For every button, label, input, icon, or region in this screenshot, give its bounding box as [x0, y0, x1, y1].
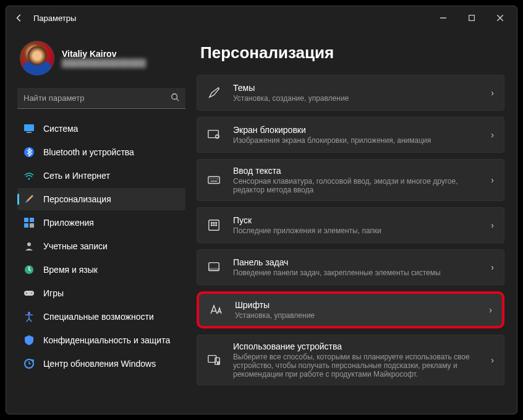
monitor-icon	[23, 123, 35, 134]
sidebar-item-system[interactable]: Система	[17, 118, 185, 140]
wifi-icon	[23, 170, 35, 181]
svg-point-22	[213, 222, 215, 223]
device-usage-icon	[206, 352, 222, 368]
svg-point-15	[28, 312, 30, 314]
card-title: Экран блокировки	[233, 125, 480, 135]
nav-list: Система Bluetooth и устройства Сеть и Ин…	[17, 118, 185, 375]
svg-rect-6	[24, 218, 28, 222]
sidebar-item-windows-update[interactable]: Центр обновления Windows	[17, 353, 185, 375]
titlebar: Параметры	[6, 6, 517, 30]
chevron-right-icon: ›	[491, 355, 494, 365]
svg-rect-28	[209, 268, 219, 271]
sidebar-item-label: Персонализация	[43, 194, 111, 204]
svg-rect-7	[30, 218, 34, 222]
svg-rect-2	[24, 124, 34, 131]
sidebar-item-label: Учетные записи	[43, 241, 108, 251]
card-subtitle: Выберите все способы, которыми вы планир…	[233, 353, 480, 379]
chevron-right-icon: ›	[491, 130, 494, 140]
gamepad-icon	[23, 288, 35, 299]
card-subtitle: Установка, создание, управление	[233, 94, 480, 103]
profile-block[interactable]: Vitaliy Kairov ████████████████	[17, 36, 185, 85]
card-fonts[interactable]: Шрифты Установка, управление ›	[197, 291, 504, 328]
sidebar-item-label: Конфиденциальность и защита	[43, 335, 170, 345]
sidebar-item-apps[interactable]: Приложения	[17, 212, 185, 234]
svg-point-13	[26, 293, 27, 294]
card-title: Ввод текста	[233, 166, 480, 176]
card-subtitle: Изображения экрана блокировки, приложени…	[233, 136, 480, 145]
svg-point-26	[216, 225, 217, 226]
sidebar-item-privacy[interactable]: Конфиденциальность и защита	[17, 329, 185, 351]
back-button[interactable]	[9, 7, 30, 28]
svg-point-10	[27, 242, 31, 246]
sidebar-item-time-language[interactable]: Время и язык	[17, 259, 185, 281]
lock-screen-icon	[206, 127, 222, 143]
shield-icon	[23, 335, 35, 346]
avatar	[20, 41, 54, 75]
card-title: Пуск	[233, 215, 480, 225]
chevron-right-icon: ›	[491, 175, 494, 185]
bluetooth-icon	[23, 147, 35, 158]
card-subtitle: Установка, управление	[235, 311, 478, 320]
sidebar-item-label: Приложения	[43, 218, 94, 228]
svg-rect-3	[27, 132, 32, 133]
card-title: Использование устройства	[233, 341, 480, 351]
svg-rect-0	[469, 15, 475, 21]
svg-rect-19	[208, 177, 219, 184]
sidebar-item-label: Игры	[43, 288, 64, 298]
window-title: Параметры	[33, 14, 76, 23]
maximize-button[interactable]	[457, 7, 486, 28]
chevron-right-icon: ›	[491, 262, 494, 272]
sidebar-item-accessibility[interactable]: Специальные возможности	[17, 306, 185, 328]
fonts-icon	[208, 302, 224, 318]
card-subtitle: Поведение панели задач, закрепленные эле…	[233, 268, 480, 277]
card-taskbar[interactable]: Панель задач Поведение панели задач, зак…	[197, 249, 504, 285]
minimize-button[interactable]	[429, 7, 457, 28]
update-icon	[23, 358, 35, 369]
profile-email: ████████████████	[62, 59, 146, 67]
card-subtitle: Последние приложения и элементы, папки	[233, 226, 480, 235]
svg-point-23	[216, 222, 217, 223]
profile-name: Vitaliy Kairov	[62, 49, 146, 59]
card-title: Шрифты	[235, 300, 478, 310]
sidebar-item-accounts[interactable]: Учетные записи	[17, 235, 185, 257]
card-title: Панель задач	[233, 257, 480, 267]
card-start[interactable]: Пуск Последние приложения и элементы, па…	[197, 207, 504, 243]
sidebar-item-bluetooth[interactable]: Bluetooth и устройства	[17, 141, 185, 163]
card-text-input[interactable]: Ввод текста Сенсорная клавиатура, голосо…	[197, 159, 504, 201]
search-input[interactable]	[23, 93, 171, 103]
sidebar-item-gaming[interactable]: Игры	[17, 282, 185, 304]
card-title: Темы	[233, 83, 480, 93]
person-icon	[23, 241, 35, 252]
svg-rect-17	[208, 131, 219, 138]
start-icon	[206, 217, 222, 233]
settings-window: Параметры Vitaliy Kairov ███████████████…	[6, 6, 517, 414]
clock-globe-icon	[23, 264, 35, 275]
page-title: Персонализация	[200, 43, 504, 62]
svg-rect-12	[24, 291, 34, 296]
svg-point-21	[211, 222, 212, 223]
taskbar-icon	[206, 259, 222, 275]
apps-icon	[23, 217, 35, 228]
sidebar-item-label: Специальные возможности	[43, 312, 154, 322]
svg-rect-8	[24, 223, 28, 228]
sidebar: Vitaliy Kairov ████████████████ Система …	[6, 30, 192, 414]
sidebar-item-label: Время и язык	[43, 265, 98, 275]
card-lock-screen[interactable]: Экран блокировки Изображения экрана блок…	[197, 117, 504, 153]
sidebar-item-network[interactable]: Сеть и Интернет	[17, 165, 185, 187]
svg-rect-9	[30, 223, 34, 228]
search-box[interactable]	[17, 88, 185, 109]
sidebar-item-label: Центр обновления Windows	[43, 359, 156, 369]
chevron-right-icon: ›	[491, 88, 494, 98]
close-button[interactable]	[486, 7, 514, 28]
brush-icon	[23, 194, 35, 205]
card-themes[interactable]: Темы Установка, создание, управление ›	[197, 75, 504, 111]
card-device-usage[interactable]: Использование устройства Выберите все сп…	[197, 335, 504, 385]
keyboard-icon	[206, 172, 222, 188]
sidebar-item-personalization[interactable]: Персонализация	[17, 188, 185, 210]
accessibility-icon	[23, 311, 35, 322]
sidebar-item-label: Сеть и Интернет	[43, 171, 110, 181]
card-subtitle: Сенсорная клавиатура, голосовой ввод, эм…	[233, 177, 480, 194]
svg-point-1	[172, 94, 177, 100]
sidebar-item-label: Bluetooth и устройства	[43, 147, 134, 157]
sidebar-item-label: Система	[43, 124, 78, 134]
